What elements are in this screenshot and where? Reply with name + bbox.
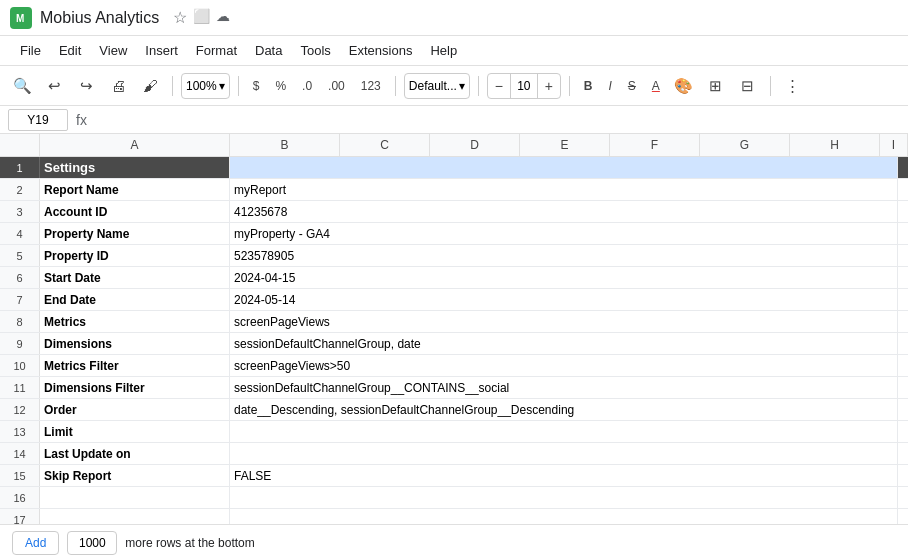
cell-b-1[interactable] <box>230 157 898 178</box>
cell-a-2[interactable]: Report Name <box>40 179 230 200</box>
table-row[interactable]: 3Account ID41235678 <box>0 201 908 223</box>
cell-a-9[interactable]: Dimensions <box>40 333 230 354</box>
col-header-b[interactable]: B <box>230 134 340 156</box>
cell-a-5[interactable]: Property ID <box>40 245 230 266</box>
add-rows-button[interactable]: Add <box>12 531 59 555</box>
cell-b-17[interactable] <box>230 509 898 524</box>
merge-button[interactable]: ⊟ <box>734 72 762 100</box>
col-header-i[interactable]: I <box>880 134 908 156</box>
cell-a-14[interactable]: Last Update on <box>40 443 230 464</box>
undo-button[interactable]: ↩ <box>40 72 68 100</box>
menu-extensions[interactable]: Extensions <box>341 40 421 61</box>
rows-count-input[interactable] <box>67 531 117 555</box>
highlight-button[interactable]: 🎨 <box>670 72 698 100</box>
drive-icon[interactable]: ⬜ <box>193 8 210 27</box>
cell-b-9[interactable]: sessionDefaultChannelGroup, date <box>230 333 898 354</box>
cell-reference[interactable]: Y19 <box>8 109 68 131</box>
cell-a-15[interactable]: Skip Report <box>40 465 230 486</box>
print-button[interactable]: 🖨 <box>104 72 132 100</box>
col-header-h[interactable]: H <box>790 134 880 156</box>
col-header-d[interactable]: D <box>430 134 520 156</box>
cell-a-16[interactable] <box>40 487 230 508</box>
decimal-increase-button[interactable]: .00 <box>322 77 351 95</box>
cell-b-5[interactable]: 523578905 <box>230 245 898 266</box>
cell-a-4[interactable]: Property Name <box>40 223 230 244</box>
menu-insert[interactable]: Insert <box>137 40 186 61</box>
table-row[interactable]: 11Dimensions FiltersessionDefaultChannel… <box>0 377 908 399</box>
format-123-button[interactable]: 123 <box>355 77 387 95</box>
table-row[interactable]: 17 <box>0 509 908 524</box>
strikethrough-button[interactable]: S <box>622 77 642 95</box>
table-row[interactable]: 2Report NamemyReport <box>0 179 908 201</box>
cell-b-16[interactable] <box>230 487 898 508</box>
table-row[interactable]: 12Orderdate__Descending, sessionDefaultC… <box>0 399 908 421</box>
table-row[interactable]: 16 <box>0 487 908 509</box>
cell-b-6[interactable]: 2024-04-15 <box>230 267 898 288</box>
table-row[interactable]: 7End Date2024-05-14 <box>0 289 908 311</box>
borders-button[interactable]: ⊞ <box>702 72 730 100</box>
table-row[interactable]: 14Last Update on <box>0 443 908 465</box>
col-header-c[interactable]: C <box>340 134 430 156</box>
font-size-decrease[interactable]: − <box>488 73 510 99</box>
cell-a-6[interactable]: Start Date <box>40 267 230 288</box>
cell-b-12[interactable]: date__Descending, sessionDefaultChannelG… <box>230 399 898 420</box>
font-dropdown[interactable]: Default... ▾ <box>404 73 470 99</box>
table-row[interactable]: 8MetricsscreenPageViews <box>0 311 908 333</box>
font-size-control[interactable]: − 10 + <box>487 73 561 99</box>
menu-view[interactable]: View <box>91 40 135 61</box>
cell-b-2[interactable]: myReport <box>230 179 898 200</box>
table-row[interactable]: 15Skip ReportFALSE <box>0 465 908 487</box>
italic-button[interactable]: I <box>603 77 618 95</box>
zoom-dropdown[interactable]: 100% ▾ <box>181 73 230 99</box>
search-button[interactable]: 🔍 <box>8 72 36 100</box>
cloud-icon[interactable]: ☁ <box>216 8 230 27</box>
cell-b-11[interactable]: sessionDefaultChannelGroup__CONTAINS__so… <box>230 377 898 398</box>
table-row[interactable]: 4Property NamemyProperty - GA4 <box>0 223 908 245</box>
table-row[interactable]: 9DimensionssessionDefaultChannelGroup, d… <box>0 333 908 355</box>
col-header-e[interactable]: E <box>520 134 610 156</box>
table-row[interactable]: 1Settings <box>0 157 908 179</box>
currency-button[interactable]: $ <box>247 77 266 95</box>
percent-button[interactable]: % <box>269 77 292 95</box>
col-header-f[interactable]: F <box>610 134 700 156</box>
menu-tools[interactable]: Tools <box>292 40 338 61</box>
cell-b-13[interactable] <box>230 421 898 442</box>
title-icons[interactable]: ☆ ⬜ ☁ <box>173 8 230 27</box>
paint-format-button[interactable]: 🖌 <box>136 72 164 100</box>
menu-format[interactable]: Format <box>188 40 245 61</box>
table-row[interactable]: 10Metrics FilterscreenPageViews>50 <box>0 355 908 377</box>
redo-button[interactable]: ↪ <box>72 72 100 100</box>
cell-a-7[interactable]: End Date <box>40 289 230 310</box>
cell-b-7[interactable]: 2024-05-14 <box>230 289 898 310</box>
menu-edit[interactable]: Edit <box>51 40 89 61</box>
text-color-button[interactable]: A <box>646 77 666 95</box>
cell-a-13[interactable]: Limit <box>40 421 230 442</box>
menu-file[interactable]: File <box>12 40 49 61</box>
cell-a-17[interactable] <box>40 509 230 524</box>
col-header-a[interactable]: A <box>40 134 230 156</box>
cell-b-4[interactable]: myProperty - GA4 <box>230 223 898 244</box>
decimal-decrease-button[interactable]: .0 <box>296 77 318 95</box>
table-row[interactable]: 13Limit <box>0 421 908 443</box>
star-icon[interactable]: ☆ <box>173 8 187 27</box>
cell-a-1[interactable]: Settings <box>40 157 230 178</box>
table-row[interactable]: 5Property ID523578905 <box>0 245 908 267</box>
cell-b-15[interactable]: FALSE <box>230 465 898 486</box>
cell-b-8[interactable]: screenPageViews <box>230 311 898 332</box>
font-size-increase[interactable]: + <box>538 73 560 99</box>
row-number: 12 <box>0 399 40 420</box>
cell-a-12[interactable]: Order <box>40 399 230 420</box>
menu-help[interactable]: Help <box>422 40 465 61</box>
bold-button[interactable]: B <box>578 77 599 95</box>
cell-a-3[interactable]: Account ID <box>40 201 230 222</box>
cell-b-10[interactable]: screenPageViews>50 <box>230 355 898 376</box>
menu-data[interactable]: Data <box>247 40 290 61</box>
cell-a-8[interactable]: Metrics <box>40 311 230 332</box>
table-row[interactable]: 6Start Date2024-04-15 <box>0 267 908 289</box>
cell-a-10[interactable]: Metrics Filter <box>40 355 230 376</box>
cell-a-11[interactable]: Dimensions Filter <box>40 377 230 398</box>
cell-b-14[interactable] <box>230 443 898 464</box>
cell-b-3[interactable]: 41235678 <box>230 201 898 222</box>
col-header-g[interactable]: G <box>700 134 790 156</box>
more-options-button[interactable]: ⋮ <box>779 72 807 100</box>
